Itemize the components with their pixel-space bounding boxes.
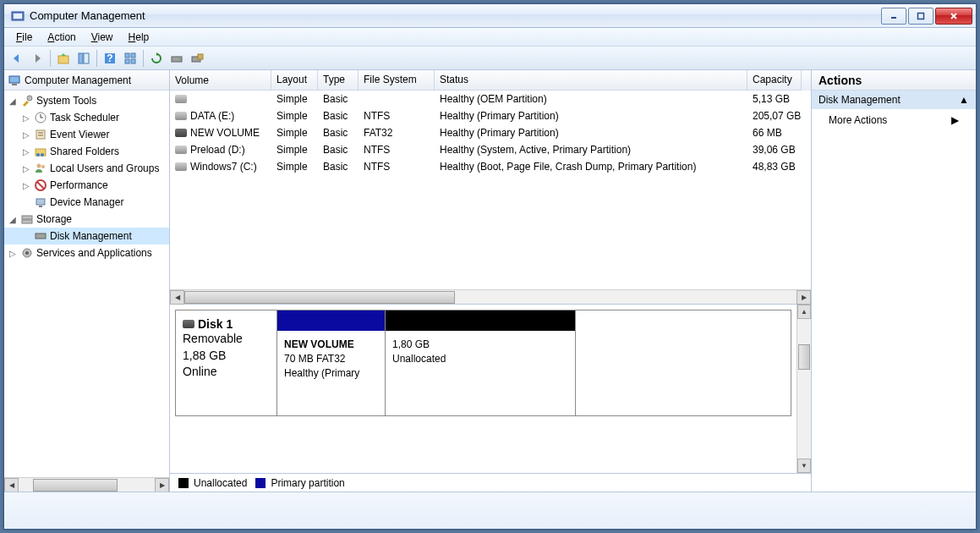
svg-point-29 (36, 153, 40, 157)
legend-swatch-primary (255, 478, 266, 488)
tree-device-manager[interactable]: Device Manager (4, 194, 169, 211)
chevron-right-icon: ▶ (951, 114, 959, 126)
actions-pane: Actions Disk Management▲ More Actions▶ (812, 70, 976, 492)
svg-rect-1 (14, 14, 22, 19)
tree-local-users[interactable]: ▷Local Users and Groups (4, 160, 169, 177)
svg-rect-19 (9, 76, 19, 83)
app-icon (11, 9, 25, 23)
tree-services[interactable]: ▷Services and Applications (4, 245, 169, 261)
volume-icon (175, 95, 187, 103)
col-layout[interactable]: Layout (271, 70, 318, 91)
services-icon (20, 246, 34, 260)
up-button[interactable] (54, 49, 73, 68)
svg-rect-38 (22, 220, 32, 223)
partition-primary[interactable]: NEW VOLUME70 MB FAT32Healthy (Primary (277, 310, 386, 415)
tree-storage[interactable]: ◢Storage (4, 211, 169, 228)
navigation-tree-pane: Computer Management ◢System Tools ▷Task … (4, 70, 170, 492)
volume-icon (175, 112, 187, 120)
tree-hscrollbar[interactable]: ◀▶ (4, 477, 169, 492)
device-icon (34, 195, 47, 209)
menu-view[interactable]: View (85, 30, 120, 45)
volume-icon (175, 162, 187, 171)
tree-disk-management[interactable]: Disk Management (4, 228, 169, 245)
close-button[interactable] (935, 8, 972, 25)
actions-group[interactable]: Disk Management▲ (812, 91, 976, 109)
collapse-icon: ▲ (959, 94, 969, 106)
svg-rect-37 (22, 216, 32, 219)
tree-system-tools[interactable]: ◢System Tools (4, 92, 169, 109)
svg-rect-18 (198, 54, 203, 59)
svg-rect-6 (58, 56, 68, 63)
svg-rect-7 (79, 53, 83, 63)
content-area: Computer Management ◢System Tools ▷Task … (4, 70, 976, 492)
tree-shared-folders[interactable]: ▷Shared Folders (4, 143, 169, 160)
forward-button[interactable] (28, 49, 47, 68)
statusbar (4, 492, 976, 529)
menubar: File Action View Help (4, 28, 976, 47)
legend-primary: Primary partition (271, 477, 344, 489)
tree-performance[interactable]: ▷Performance (4, 177, 169, 194)
svg-point-31 (37, 164, 41, 168)
clock-icon (34, 111, 47, 124)
storage-icon (20, 212, 34, 226)
tree-task-scheduler[interactable]: ▷Task Scheduler (4, 109, 169, 126)
volume-row[interactable]: DATA (E:)SimpleBasicNTFSHealthy (Primary… (170, 107, 811, 124)
settings-button[interactable] (188, 49, 206, 68)
svg-rect-25 (36, 130, 45, 139)
back-button[interactable] (8, 49, 26, 68)
computer-icon (8, 74, 21, 87)
volume-icon (175, 129, 187, 137)
col-volume[interactable]: Volume (170, 70, 271, 91)
svg-rect-11 (125, 53, 129, 58)
menu-action[interactable]: Action (41, 30, 82, 45)
menu-file[interactable]: File (9, 30, 39, 45)
col-status[interactable]: Status (435, 70, 747, 91)
legend: Unallocated Primary partition (170, 473, 811, 492)
svg-rect-12 (131, 53, 135, 58)
tree-event-viewer[interactable]: ▷Event Viewer (4, 126, 169, 143)
volume-icon (175, 146, 187, 154)
col-capacity[interactable]: Capacity (747, 70, 802, 91)
volume-row[interactable]: SimpleBasicHealthy (OEM Partition)5,13 G… (170, 91, 811, 107)
volume-table-header: Volume Layout Type File System Status Ca… (170, 70, 811, 91)
toolbar: ? (4, 47, 976, 70)
menu-help[interactable]: Help (122, 30, 156, 45)
maximize-button[interactable] (908, 8, 933, 25)
svg-rect-35 (36, 199, 45, 205)
rescan-disks-button[interactable] (167, 49, 186, 68)
svg-rect-36 (39, 206, 42, 207)
svg-point-16 (179, 58, 181, 60)
tools-icon (20, 94, 34, 107)
users-icon (34, 162, 47, 175)
main-pane: Volume Layout Type File System Status Ca… (170, 70, 812, 492)
volume-row[interactable]: NEW VOLUMESimpleBasicFAT32Healthy (Prima… (170, 124, 811, 141)
refresh-button[interactable] (147, 49, 166, 68)
col-filesystem[interactable]: File System (359, 70, 435, 91)
show-hide-tree-button[interactable] (74, 49, 93, 68)
performance-icon (34, 179, 47, 192)
svg-point-40 (43, 235, 45, 237)
disk-row[interactable]: Disk 1 Removable 1,88 GB Online NEW VOLU… (175, 310, 791, 416)
svg-point-42 (25, 251, 29, 255)
volume-row[interactable]: Windows7 (C:)SimpleBasicNTFSHealthy (Boo… (170, 158, 811, 175)
legend-unallocated: Unallocated (194, 477, 247, 489)
disk-vscrollbar[interactable]: ▲▼ (797, 305, 811, 473)
actions-more[interactable]: More Actions▶ (812, 109, 976, 131)
minimize-button[interactable] (881, 8, 906, 25)
help-button[interactable]: ? (101, 49, 119, 68)
volume-empty-area[interactable] (170, 175, 811, 289)
legend-swatch-unallocated (178, 478, 189, 488)
disk-partitions: NEW VOLUME70 MB FAT32Healthy (Primary1,8… (277, 310, 791, 415)
window-title: Computer Management (30, 9, 881, 22)
properties-button[interactable] (121, 49, 140, 68)
volume-row[interactable]: Preload (D:)SimpleBasicNTFSHealthy (Syst… (170, 141, 811, 158)
disk-icon (183, 320, 194, 328)
volume-table: Volume Layout Type File System Status Ca… (170, 70, 811, 305)
partition-unalloc[interactable]: 1,80 GBUnallocated (386, 310, 576, 415)
col-type[interactable]: Type (318, 70, 359, 91)
titlebar[interactable]: Computer Management (4, 4, 976, 28)
tree-root[interactable]: Computer Management (4, 70, 169, 91)
disk-label[interactable]: Disk 1 Removable 1,88 GB Online (176, 310, 277, 415)
volume-hscrollbar[interactable]: ◀▶ (170, 289, 811, 304)
svg-point-32 (41, 165, 45, 168)
